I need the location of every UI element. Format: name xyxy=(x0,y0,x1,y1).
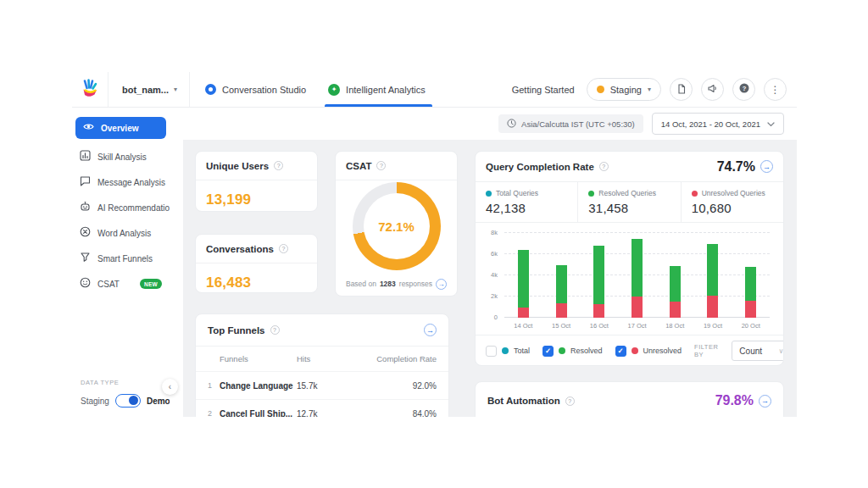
sidebar-item-label: Overview xyxy=(101,124,138,133)
column-header: Completion Rate xyxy=(356,354,437,363)
bot-selector-dropdown[interactable]: bot_nam... ▾ xyxy=(108,72,190,107)
legend-dot xyxy=(502,347,509,354)
tab-conversation-studio[interactable]: Conversation Studio xyxy=(205,72,306,107)
legend-checkbox-total[interactable] xyxy=(486,346,497,357)
getting-started-link[interactable]: Getting Started xyxy=(512,85,575,95)
row-rank: 1 xyxy=(208,381,220,390)
announcements-button[interactable] xyxy=(701,78,724,101)
x-tick-label: 17 Oct xyxy=(618,322,656,330)
bar-column[interactable] xyxy=(580,233,618,318)
date-range-picker[interactable]: 14 Oct, 2021 - 20 Oct, 2021 xyxy=(652,113,784,135)
data-type-label: DATA TYPE xyxy=(81,379,170,386)
product-tabs: Conversation Studio ✦ Intelligent Analyt… xyxy=(205,72,426,107)
x-tick-label: 16 Oct xyxy=(580,322,618,330)
stat-value: 31,458 xyxy=(588,201,670,215)
conversation-studio-icon xyxy=(205,84,216,95)
content-header: Asia/Calcutta IST (UTC +05:30) 14 Oct, 2… xyxy=(183,108,797,140)
sidebar-item-csat[interactable]: CSAT NEW xyxy=(72,271,170,297)
conversations-card: Conversations ? 16,483 xyxy=(195,234,318,293)
arrow-right-icon[interactable]: → xyxy=(760,160,773,173)
info-icon[interactable]: ? xyxy=(270,325,280,335)
tab-label: Conversation Studio xyxy=(222,85,306,95)
stat-label: Unresolved Queries xyxy=(702,189,765,197)
top-funnels-card: Top Funnels ? → Funnels Hits Completion … xyxy=(195,313,449,417)
table-row[interactable]: 1 Change Language 15.7k 92.0% xyxy=(196,372,448,400)
column-header: Funnels xyxy=(220,354,297,363)
legend-dot xyxy=(632,347,638,354)
unique-users-value: 13,199 xyxy=(196,180,317,212)
bar-column[interactable] xyxy=(504,233,542,318)
sidebar-item-smart-funnels[interactable]: Smart Funnels xyxy=(72,246,170,271)
bot-automation-value: 79.8% xyxy=(715,393,754,408)
filter-select[interactable]: Count ∨ xyxy=(732,341,784,361)
info-icon[interactable]: ? xyxy=(565,396,575,406)
bar-chart-icon xyxy=(80,149,91,164)
timezone-pill[interactable]: Asia/Calcutta IST (UTC +05:30) xyxy=(498,114,643,133)
x-tick-label: 18 Oct xyxy=(656,322,694,330)
arrow-right-icon[interactable]: → xyxy=(436,279,447,290)
data-type-toggle[interactable] xyxy=(115,394,141,408)
bot-automation-card: Bot Automation ? 79.8% → xyxy=(475,381,784,417)
sidebar-item-skill-analysis[interactable]: Skill Analysis xyxy=(72,144,170,169)
bar-plot xyxy=(504,233,770,318)
table-row[interactable]: 2 Cancel Full Ship... 12.7k 84.0% xyxy=(196,400,448,417)
caret-down-icon: ▾ xyxy=(174,86,177,93)
csat-card: CSAT ? 72.1% Based on 1283 responses → xyxy=(335,151,458,297)
tab-label: Intelligent Analytics xyxy=(346,85,426,95)
bar-column[interactable] xyxy=(618,233,656,318)
chevron-down-icon: ∨ xyxy=(779,347,784,355)
arrow-right-icon[interactable]: → xyxy=(759,395,771,408)
stat-label: Resolved Queries xyxy=(598,189,656,197)
funnel-name: Change Language xyxy=(220,381,297,391)
bar-column[interactable] xyxy=(542,233,581,318)
query-stats-row: Total Queries 42,138 Resolved Queries 31… xyxy=(476,182,783,223)
sidebar-item-overview[interactable]: Overview xyxy=(75,117,166,139)
csat-donut-value: 72.1% xyxy=(353,182,441,270)
info-icon[interactable]: ? xyxy=(376,161,386,170)
help-button[interactable]: ? xyxy=(732,78,755,101)
speech-bubble-icon xyxy=(80,175,91,190)
megaphone-icon xyxy=(707,82,718,97)
filter-value: Count xyxy=(739,347,762,356)
y-tick-label: 4k xyxy=(491,271,498,279)
bar-column[interactable] xyxy=(656,233,694,318)
clock-icon xyxy=(507,119,516,130)
funnel-completion: 92.0% xyxy=(356,381,437,391)
funnels-table-header: Funnels Hits Completion Rate xyxy=(196,347,448,372)
bot-name: bot_nam... xyxy=(122,85,169,95)
csat-footer-suffix: responses xyxy=(399,280,432,288)
arrow-right-icon[interactable]: → xyxy=(424,324,437,336)
brand-logo[interactable] xyxy=(72,72,108,107)
app-window: bot_nam... ▾ Conversation Studio ✦ Intel… xyxy=(72,72,797,417)
robot-icon xyxy=(80,200,91,215)
sidebar-item-message-analysis[interactable]: Message Analysis xyxy=(72,169,170,195)
x-tick-label: 15 Oct xyxy=(542,322,581,330)
bar-column[interactable] xyxy=(732,233,770,318)
more-menu-button[interactable]: ⋮ xyxy=(764,78,787,101)
demo-label: Demo xyxy=(147,396,170,406)
new-badge: NEW xyxy=(140,279,162,289)
legend-checkbox-unresolved[interactable] xyxy=(615,346,626,357)
info-icon[interactable]: ? xyxy=(599,162,609,171)
docs-button[interactable] xyxy=(670,78,693,101)
card-title: Bot Automation xyxy=(487,396,560,406)
card-title: CSAT xyxy=(346,161,371,171)
sidebar-item-word-analysis[interactable]: Word Analysis xyxy=(72,220,170,246)
sidebar-item-label: Smart Funnels xyxy=(97,254,153,263)
stat-dot xyxy=(692,191,698,197)
legend-item: Unresolved xyxy=(615,346,682,357)
query-completion-card: Query Completion Rate ? 74.7% → Total Qu… xyxy=(475,151,784,366)
document-icon xyxy=(676,82,687,97)
caret-down-icon: ▾ xyxy=(648,86,651,93)
bar-column[interactable] xyxy=(694,233,732,318)
kebab-icon: ⋮ xyxy=(771,84,781,96)
navbar-right: Getting Started Staging ▾ xyxy=(512,72,797,107)
info-icon[interactable]: ? xyxy=(279,244,288,253)
tab-intelligent-analytics[interactable]: ✦ Intelligent Analytics xyxy=(328,72,426,107)
info-icon[interactable]: ? xyxy=(274,161,283,170)
sidebar-collapse-button[interactable]: ‹ xyxy=(162,379,178,395)
legend-checkbox-resolved[interactable] xyxy=(542,346,554,357)
sidebar-item-ai-recommendations[interactable]: AI Recommendations xyxy=(72,195,170,220)
stat-value: 42,138 xyxy=(486,201,567,215)
environment-selector[interactable]: Staging ▾ xyxy=(587,78,661,101)
